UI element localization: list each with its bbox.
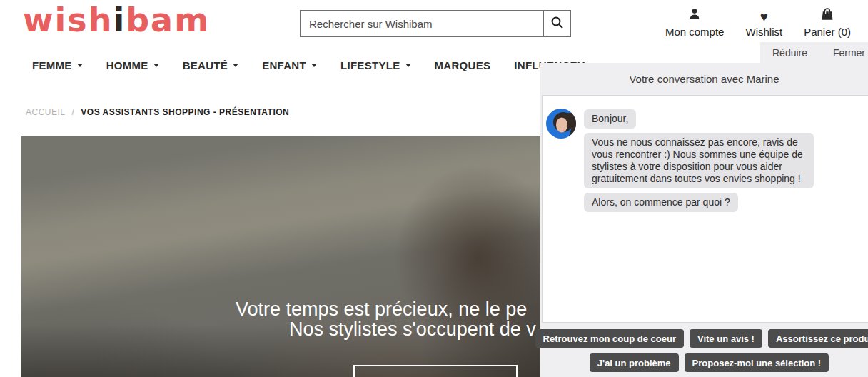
chat-messages: Bonjour, Vous ne nous connaissez pas enc… [584,109,858,212]
account-label: Mon compte [665,26,725,38]
nav-item-homme[interactable]: HOMME [106,59,159,71]
chat-minimize-button[interactable]: Réduire [772,47,807,59]
chevron-down-icon [77,64,83,67]
account-link[interactable]: Mon compte [665,8,725,38]
user-icon [688,8,701,24]
heart-icon: ♥ [760,11,768,24]
chevron-down-icon [233,64,238,67]
main-nav: FEMME HOMME BEAUTÉ ENFANT LIFESTYLE MARQ… [32,59,585,71]
logo-part2: bam [126,1,210,39]
nav-item-beaute[interactable]: BEAUTÉ [183,59,238,71]
site-search [300,10,571,37]
chevron-down-icon [405,64,411,67]
chevron-down-icon [153,64,159,67]
breadcrumb-separator: / [72,107,75,117]
wishlist-label: Wishlist [745,26,782,38]
wishlist-link[interactable]: ♥ Wishlist [745,11,782,38]
header-links: Mon compte ♥ Wishlist Panier (0) [665,7,851,38]
search-icon [550,16,564,31]
wishibam-logo[interactable]: wishibam [23,1,210,39]
nav-item-femme[interactable]: FEMME [32,59,83,71]
breadcrumb: ACCUEIL / VOS ASSISTANTS SHOPPING - PRÉS… [26,107,289,117]
chat-window-controls: Réduire Fermer [760,42,868,63]
hero-cta-button[interactable] [353,365,518,377]
logo-accent-letter: i [113,1,126,39]
quick-reply-assortir[interactable]: Assortissez ce produit [768,329,868,348]
chat-quick-replies: Retrouvez mon coup de coeur Vite un avis… [540,329,868,372]
chat-bubble: Alors, on commence par quoi ? [584,193,738,212]
search-input[interactable] [301,11,543,36]
quick-reply-row: Retrouvez mon coup de coeur Vite un avis… [550,329,868,348]
nav-item-lifestyle[interactable]: LIFESTYLE [340,59,411,71]
chat-bubble: Bonjour, [584,109,636,129]
quick-reply-avis[interactable]: Vite un avis ! [690,329,762,348]
hero-headline-line2: Nos stylistes s'occupent de v [289,319,536,339]
chat-panel: Votre conversation avec Marine Bonjour, … [540,63,868,377]
chat-title: Votre conversation avec Marine [540,63,868,95]
cart-label: Panier (0) [804,26,851,38]
chat-close-button[interactable]: Fermer [833,47,865,59]
nav-item-enfant[interactable]: ENFANT [262,59,317,71]
agent-avatar [546,109,576,139]
logo-part1: wish [23,1,113,39]
nav-item-marques[interactable]: MARQUES [435,59,491,71]
hero-headline-line1: Votre temps est précieux, ne le pe [236,299,527,319]
shopping-bag-icon [820,7,834,24]
breadcrumb-home[interactable]: ACCUEIL [26,107,66,117]
quick-reply-row: J'ai un problème Proposez-moi une sélect… [550,353,868,372]
cart-link[interactable]: Panier (0) [804,7,851,38]
chat-bubble: Vous ne nous connaissez pas encore, ravi… [584,133,814,188]
quick-reply-selection[interactable]: Proposez-moi une sélection ! [685,353,829,372]
chevron-down-icon [311,64,317,67]
breadcrumb-current: VOS ASSISTANTS SHOPPING - PRÉSENTATION [81,107,289,117]
quick-reply-coup-de-coeur[interactable]: Retrouvez mon coup de coeur [535,329,684,348]
quick-reply-probleme[interactable]: J'ai un problème [590,353,679,372]
chat-message-area: Bonjour, Vous ne nous connaissez pas enc… [542,95,868,323]
search-button[interactable] [543,11,570,36]
